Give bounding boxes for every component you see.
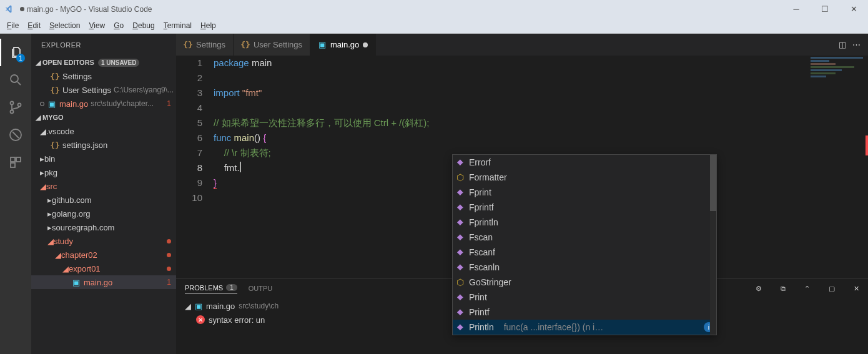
autocomplete-label: Printf xyxy=(469,307,490,317)
tab-settings[interactable]: {} Settings xyxy=(176,34,234,56)
unsaved-badge: 1 UNSAVED xyxy=(98,59,140,67)
line-number-current: 8 xyxy=(176,160,202,175)
tree-chapter02-dir[interactable]: ◢chapter02 xyxy=(31,248,176,262)
autocomplete-item[interactable]: ⯁Errorf xyxy=(453,155,716,170)
autocomplete-signature: func(a ...interface{}) (n i… xyxy=(504,322,700,332)
open-editor-settings[interactable]: {} Settings xyxy=(31,69,176,83)
tree-export01-dir[interactable]: ◢export01 xyxy=(31,262,176,275)
collapse-all-icon[interactable]: ⧉ xyxy=(781,285,786,293)
menu-edit[interactable]: Edit xyxy=(23,20,45,31)
interface-icon: ⬡ xyxy=(455,172,465,182)
dir-label: golang.org xyxy=(52,209,90,219)
tree-settings-json[interactable]: {}settings.json xyxy=(31,138,176,152)
sidebar-title: EXPLORER xyxy=(31,34,176,56)
autocomplete-scrollbar[interactable] xyxy=(710,155,716,335)
overview-ruler-error xyxy=(866,135,868,155)
dir-label: pkg xyxy=(44,168,57,177)
activity-extensions[interactable] xyxy=(0,149,31,176)
menu-file[interactable]: File xyxy=(2,20,23,31)
file-path: C:\Users\yang9\... xyxy=(114,86,174,94)
panel-tab-output[interactable]: OUTPU xyxy=(249,285,273,292)
activity-search[interactable] xyxy=(0,66,31,94)
token-keyword: package xyxy=(214,57,249,68)
menu-selection[interactable]: Selection xyxy=(45,20,84,31)
json-icon: {} xyxy=(50,71,60,81)
tab-label: main.go xyxy=(330,40,359,49)
menu-terminal[interactable]: Terminal xyxy=(159,20,196,31)
chevron-down-icon: ◢ xyxy=(185,302,191,311)
activity-debug[interactable] xyxy=(0,121,31,149)
tree-sourcegraph-dir[interactable]: ▸sourcegraph.com xyxy=(31,220,176,234)
tab-maingo[interactable]: ▣ main.go xyxy=(310,34,376,56)
autocomplete-item[interactable]: ⬡GoStringer xyxy=(453,275,716,290)
panel-close-icon[interactable]: ✕ xyxy=(854,285,859,293)
dir-label: export01 xyxy=(69,264,101,273)
title-bar: main.go - MyGO - Visual Studio Code ─ ☐ … xyxy=(0,0,868,18)
project-header[interactable]: ◢ MYGO xyxy=(31,111,176,124)
autocomplete-item[interactable]: ⯁Print xyxy=(453,290,716,305)
window-title: main.go - MyGO - Visual Studio Code xyxy=(27,5,782,14)
autocomplete-item[interactable]: ⯁Fscanf xyxy=(453,245,716,260)
autocomplete-item[interactable]: ⯁Printlnfunc(a ...interface{}) (n i…i xyxy=(453,320,716,335)
menu-go[interactable]: Go xyxy=(109,20,128,31)
modified-dot-icon xyxy=(167,267,171,271)
sidebar: EXPLORER ◢ OPEN EDITORS 1 UNSAVED {} Set… xyxy=(31,34,176,354)
open-editor-user-settings[interactable]: {} User Settings C:\Users\yang9\... xyxy=(31,83,176,97)
panel-up-icon[interactable]: ⌃ xyxy=(804,285,810,293)
open-editors-header[interactable]: ◢ OPEN EDITORS 1 UNSAVED xyxy=(31,56,176,69)
file-label: User Settings xyxy=(62,86,111,95)
tree-golang-dir[interactable]: ▸golang.org xyxy=(31,207,176,220)
gear-icon[interactable]: ⚙ xyxy=(756,285,762,293)
menu-help[interactable]: Help xyxy=(196,20,220,31)
autocomplete-item[interactable]: ⬡Formatter xyxy=(453,170,716,185)
token: () xyxy=(254,132,263,143)
autocomplete-item[interactable]: ⯁Fprint xyxy=(453,185,716,200)
split-editor-icon[interactable]: ◫ xyxy=(839,40,846,49)
tree-src-dir[interactable]: ◢src xyxy=(31,179,176,193)
chevron-right-icon: ▸ xyxy=(47,195,52,205)
tree-vscode-dir[interactable]: ◢.vscode xyxy=(31,124,176,138)
panel-tab-problems[interactable]: PROBLEMS 1 xyxy=(185,284,237,293)
autocomplete-item[interactable]: ⯁Printf xyxy=(453,305,716,320)
chevron-right-icon: ▸ xyxy=(47,223,52,232)
file-label: main.go xyxy=(59,99,88,109)
autocomplete-item[interactable]: ⯁Fscan xyxy=(453,230,716,245)
token-func: main xyxy=(234,132,255,143)
activity-scm[interactable] xyxy=(0,94,31,121)
line-number: 1 xyxy=(176,56,202,71)
line-number: 9 xyxy=(176,175,202,190)
method-icon: ⯁ xyxy=(455,292,465,302)
line-number: 4 xyxy=(176,101,202,116)
chevron-right-icon: ▸ xyxy=(47,209,52,219)
tree-bin-dir[interactable]: ▸bin xyxy=(31,152,176,165)
json-icon: {} xyxy=(184,41,192,49)
minimap[interactable] xyxy=(806,56,868,93)
more-actions-icon[interactable]: ⋯ xyxy=(852,40,861,49)
tree-study-dir[interactable]: ◢study xyxy=(31,234,176,248)
file-label: main.go xyxy=(206,302,235,311)
tab-actions: ◫ ⋯ xyxy=(839,34,868,56)
open-editor-maingo[interactable]: ▣ main.go src\study\chapter... 1 xyxy=(31,97,176,111)
go-file-icon: ▣ xyxy=(195,302,202,311)
menu-debug[interactable]: Debug xyxy=(128,20,159,31)
autocomplete-label: Print xyxy=(469,292,487,302)
maximize-button[interactable]: ☐ xyxy=(811,0,839,18)
autocomplete-item[interactable]: ⯁Fprintf xyxy=(453,200,716,215)
close-button[interactable]: ✕ xyxy=(839,0,868,18)
tree-github-dir[interactable]: ▸github.com xyxy=(31,193,176,207)
minimize-button[interactable]: ─ xyxy=(782,0,811,18)
tab-user-settings[interactable]: {} User Settings xyxy=(234,34,310,56)
tree-maingo-file[interactable]: ▣main.go1 xyxy=(31,275,176,289)
panel-maximize-icon[interactable]: ▢ xyxy=(829,285,835,293)
method-icon: ⯁ xyxy=(455,307,465,317)
chevron-down-icon: ◢ xyxy=(34,114,42,122)
dir-label: study xyxy=(54,237,73,246)
autocomplete-item[interactable]: ⯁Fprintln xyxy=(453,215,716,230)
chevron-down-icon: ◢ xyxy=(40,182,46,191)
tree-pkg-dir[interactable]: ▸pkg xyxy=(31,165,176,179)
autocomplete-label: Fscanf xyxy=(469,247,495,257)
activity-explorer[interactable]: 1 xyxy=(0,39,31,66)
token-keyword: func xyxy=(214,132,231,143)
autocomplete-item[interactable]: ⯁Fscanln xyxy=(453,260,716,275)
menu-view[interactable]: View xyxy=(84,20,109,31)
